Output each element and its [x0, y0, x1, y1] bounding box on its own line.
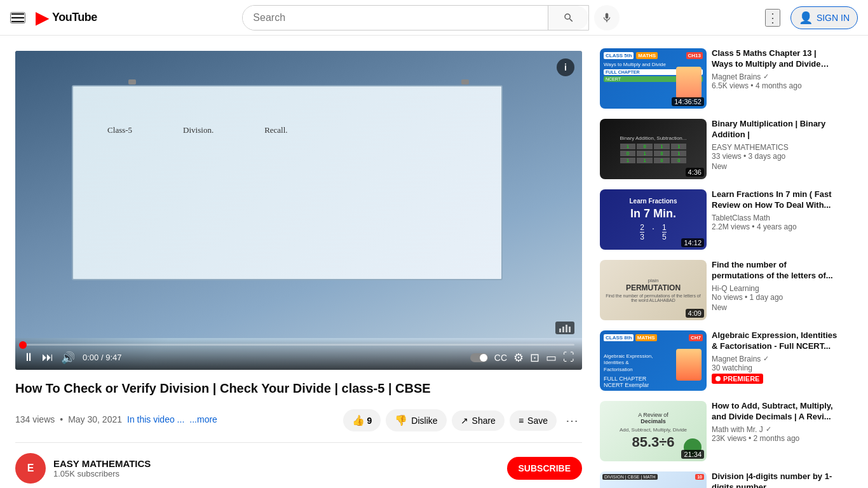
verified-icon: ✓ — [763, 72, 769, 81]
subscribe-button[interactable]: SUBSCRIBE — [507, 457, 582, 480]
list-item[interactable]: A Review ofDecimals Add, Subtract, Multi… — [597, 398, 841, 464]
channel-name: EASY MATHEMATICS — [712, 143, 839, 152]
search-bar — [242, 5, 589, 30]
dislike-label: Dislike — [411, 416, 437, 426]
video-meta: 23K views • 2 months ago — [712, 434, 839, 443]
list-item[interactable]: Learn Fractions In 7 Min. 23 · 15 14:12 … — [597, 187, 841, 252]
controls-right: CC ⚙ ⊡ ▭ ⛶ — [470, 351, 574, 365]
time-display: 0:00 / 9:47 — [83, 353, 121, 362]
header-center — [97, 5, 765, 30]
video-meta: 33 views • 3 days ago — [712, 152, 839, 161]
video-info: Algebraic Expression, Identities & Facto… — [712, 330, 839, 391]
account-icon: 👤 — [799, 11, 813, 25]
sidebar: CLASS 5th MATHS CH13 Ways to Multiply an… — [597, 36, 851, 488]
video-info: Class 5 Maths Chapter 13 | Ways to Multi… — [712, 48, 839, 109]
description-preview: In this video ... — [127, 414, 184, 424]
controls-row: ⏸ ⏭ 🔊 0:00 / 9:47 — [23, 351, 574, 365]
dislike-button[interactable]: 👎 Dislike — [386, 409, 446, 431]
share-button[interactable]: ↗ Share — [452, 410, 505, 431]
video-thumbnail: plain PERMUTATION Find the number of per… — [600, 260, 707, 320]
video-info: Learn Fractions In 7 min ( Fast Review o… — [712, 189, 839, 250]
list-item[interactable]: 10 DIVISION | CBSE | MATH 4806 ÷ 8 MATH … — [597, 469, 841, 488]
share-label: Share — [472, 416, 496, 426]
video-meta: 2.2M views • 4 years ago — [712, 222, 839, 231]
channel-info: EASY MATHEMATICS 1.05K subscribers — [53, 458, 499, 478]
play-pause-button[interactable]: ⏸ — [23, 351, 34, 364]
channel-name: Magnet Brains ✓ — [712, 72, 839, 81]
channel-watermark — [555, 322, 574, 334]
video-player[interactable]: Class-5 Division. Recall. i — [15, 51, 582, 370]
watching-count: 30 watching — [712, 363, 839, 372]
header-left: ▶ YouTube — [10, 7, 97, 28]
video-info: Division |4-digits number by 1-digits nu… — [712, 471, 839, 488]
view-count: 134 views — [15, 414, 55, 424]
captions-button[interactable]: CC — [494, 353, 507, 363]
header: ▶ YouTube ⋮ 👤 SIGN IN — [0, 0, 868, 36]
more-actions-button[interactable]: ⋯ — [562, 409, 582, 432]
video-duration: 21:34 — [681, 450, 704, 459]
settings-button[interactable]: ⚙ — [513, 351, 524, 365]
fullscreen-button[interactable]: ⛶ — [563, 351, 574, 364]
list-item[interactable]: CLASS 8th MATHS CH7 Algebraic Expression… — [597, 328, 841, 393]
list-item[interactable]: CLASS 5th MATHS CH13 Ways to Multiply an… — [597, 46, 841, 111]
list-item[interactable]: Binary Addition, Subtraction... 1011 010… — [597, 116, 841, 182]
like-icon: 👍 — [352, 414, 365, 426]
sidebar-video-title: Division |4-digits number by 1-digits nu… — [712, 471, 839, 488]
channel-subscribers: 1.05K subscribers — [53, 469, 499, 478]
save-button[interactable]: ≡ Save — [510, 410, 557, 431]
video-info: Find the number of permutations of the l… — [712, 260, 839, 320]
sidebar-video-title: Learn Fractions In 7 min ( Fast Review o… — [712, 189, 839, 211]
video-info: Binary Multiplication | Binary Addition … — [712, 119, 839, 179]
voice-search-button[interactable] — [594, 5, 620, 30]
video-duration: 4:09 — [686, 309, 704, 318]
verified-icon: ✓ — [763, 355, 769, 363]
video-player-wrap: Class-5 Division. Recall. i — [15, 51, 582, 370]
youtube-logo[interactable]: ▶ YouTube — [36, 7, 97, 28]
progress-bar[interactable] — [23, 344, 574, 346]
video-thumbnail: CLASS 8th MATHS CH7 Algebraic Expression… — [600, 330, 707, 391]
more-options-button[interactable]: ⋮ — [765, 9, 780, 27]
channel-name: TabletClass Math — [712, 214, 839, 222]
list-item[interactable]: plain PERMUTATION Find the number of per… — [597, 257, 841, 323]
channel-name[interactable]: EASY MATHEMATICS — [53, 458, 499, 469]
autoplay-toggle[interactable] — [470, 353, 488, 362]
actions-row: 👍 9 👎 Dislike ↗ Share ≡ Save ⋯ — [343, 409, 582, 432]
miniplayer-button[interactable]: ⊡ — [530, 351, 539, 365]
video-info: How to Add, Subtract, Multiply, and Divi… — [712, 401, 839, 461]
video-controls: ⏸ ⏭ 🔊 0:00 / 9:47 — [15, 339, 582, 370]
share-icon: ↗ — [461, 416, 468, 426]
youtube-logo-text: YouTube — [52, 11, 97, 24]
save-icon: ≡ — [519, 416, 524, 426]
search-button[interactable] — [548, 6, 588, 30]
next-button[interactable]: ⏭ — [42, 351, 53, 364]
video-info-button[interactable]: i — [557, 58, 574, 76]
sidebar-video-title: Binary Multiplication | Binary Addition … — [712, 119, 839, 140]
dislike-icon: 👎 — [395, 414, 407, 426]
video-duration: 4:36 — [686, 168, 704, 177]
premiere-badge: PREMIERE — [712, 374, 763, 384]
sidebar-video-title: Find the number of permutations of the l… — [712, 260, 839, 281]
description-more-button[interactable]: ...more — [189, 414, 217, 424]
video-title: How To Check or Verify Division | Check … — [15, 380, 582, 396]
volume-button[interactable]: 🔊 — [61, 351, 75, 365]
new-badge: New — [712, 303, 727, 312]
channel-avatar: E — [15, 453, 46, 484]
video-thumbnail: Binary Addition, Subtraction... 1011 010… — [600, 119, 707, 179]
main-content: Class-5 Division. Recall. i — [0, 36, 868, 488]
sign-in-button[interactable]: 👤 SIGN IN — [790, 6, 858, 29]
theater-mode-button[interactable]: ▭ — [546, 351, 557, 365]
video-meta: 134 views • May 30, 2021 In this video .… — [15, 414, 217, 424]
like-button[interactable]: 👍 9 — [343, 409, 381, 431]
channel-name: Math with Mr. J ✓ — [712, 425, 839, 434]
video-thumbnail: A Review ofDecimals Add, Subtract, Multi… — [600, 401, 707, 461]
video-duration: 14:36:52 — [672, 97, 704, 106]
youtube-logo-icon: ▶ — [36, 7, 50, 28]
channel-name: Hi-Q Learning — [712, 284, 839, 293]
channel-name: Magnet Brains ✓ — [712, 355, 839, 363]
video-duration: 14:12 — [681, 238, 704, 247]
upload-date: May 30, 2021 — [68, 414, 122, 424]
sidebar-video-title: Class 5 Maths Chapter 13 | Ways to Multi… — [712, 48, 839, 70]
hamburger-menu-button[interactable] — [10, 12, 25, 24]
video-meta: No views • 1 day ago — [712, 293, 839, 302]
search-input[interactable] — [243, 6, 548, 30]
